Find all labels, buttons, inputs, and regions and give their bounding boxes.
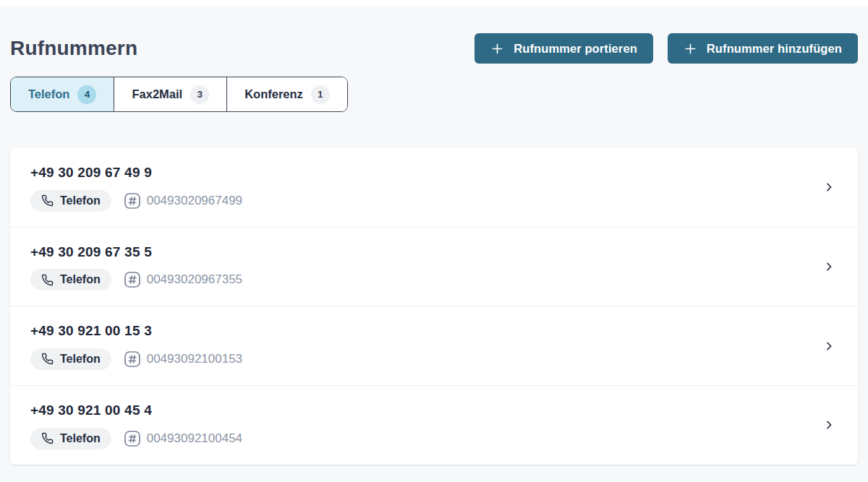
number-type-badge: Telefon [30, 348, 111, 370]
phone-number-list: +49 30 209 67 49 9 Telefon 0049302096749… [10, 148, 858, 465]
chevron-right-icon [823, 181, 835, 193]
tab-telefon-count-badge: 4 [77, 85, 96, 104]
row-content: +49 30 921 00 15 3 Telefon 0049309210015… [30, 322, 242, 370]
tab-konferenz-label: Konferenz [244, 87, 303, 101]
technical-number-value: 00493020967499 [147, 194, 242, 208]
tab-telefon-label: Telefon [28, 87, 69, 101]
phone-number-display: +49 30 921 00 15 3 [30, 322, 242, 340]
port-number-button[interactable]: Rufnummer portieren [475, 33, 653, 64]
tab-konferenz[interactable]: Konferenz 1 [226, 77, 347, 111]
hash-icon [124, 350, 141, 368]
hash-icon [124, 192, 141, 210]
window-top-strip [0, 0, 868, 7]
phone-number-row[interactable]: +49 30 921 00 45 4 Telefon 0049309210045… [10, 385, 858, 465]
tab-telefon[interactable]: Telefon 4 [11, 77, 114, 111]
plus-icon [684, 42, 697, 56]
row-content: +49 30 921 00 45 4 Telefon 0049309210045… [30, 401, 242, 449]
row-meta: Telefon 00493020967355 [30, 269, 242, 291]
technical-number: 00493020967355 [124, 271, 242, 288]
technical-number-value: 00493020967355 [147, 272, 242, 287]
phone-icon [41, 432, 54, 444]
number-type-badge-label: Telefon [60, 273, 101, 286]
number-type-badge-label: Telefon [60, 353, 101, 366]
number-type-badge: Telefon [30, 269, 111, 291]
add-number-button[interactable]: Rufnummer hinzufügen [668, 33, 858, 64]
phone-icon [41, 194, 54, 207]
tab-fax2mail-label: Fax2Mail [132, 87, 182, 101]
plus-icon [490, 42, 504, 56]
hash-icon [124, 430, 141, 447]
tab-fax2mail-count-badge: 3 [190, 85, 209, 104]
phone-number-row[interactable]: +49 30 209 67 35 5 Telefon 0049302096735… [10, 227, 858, 306]
row-content: +49 30 209 67 49 9 Telefon 0049302096749… [30, 163, 242, 212]
technical-number-value: 00493092100153 [147, 352, 242, 366]
row-meta: Telefon 00493092100153 [30, 348, 242, 370]
header-actions: Rufnummer portieren Rufnummer hinzufügen [475, 33, 858, 64]
technical-number: 00493092100454 [124, 430, 242, 447]
phone-icon [41, 353, 54, 365]
page-header: Rufnummern Rufnummer portieren Rufnummer… [10, 33, 858, 64]
phone-number-display: +49 30 209 67 49 9 [30, 163, 242, 182]
phone-number-display: +49 30 209 67 35 5 [30, 243, 242, 262]
row-meta: Telefon 00493020967499 [30, 190, 242, 212]
chevron-right-icon [823, 340, 835, 352]
technical-number: 00493020967499 [124, 192, 242, 210]
number-type-badge: Telefon [30, 190, 111, 212]
phone-icon [41, 274, 54, 286]
row-content: +49 30 209 67 35 5 Telefon 0049302096735… [30, 243, 242, 291]
phone-numbers-page: Rufnummern Rufnummer portieren Rufnummer… [0, 33, 868, 465]
chevron-right-icon [823, 419, 835, 431]
phone-number-row[interactable]: +49 30 921 00 15 3 Telefon 0049309210015… [10, 306, 858, 385]
port-number-button-label: Rufnummer portieren [514, 42, 637, 56]
phone-number-row[interactable]: +49 30 209 67 49 9 Telefon 0049302096749… [10, 148, 858, 227]
number-type-badge-label: Telefon [60, 194, 101, 207]
number-type-tabs: Telefon 4 Fax2Mail 3 Konferenz 1 [10, 77, 348, 112]
tab-fax2mail[interactable]: Fax2Mail 3 [114, 77, 226, 111]
hash-icon [124, 271, 141, 288]
add-number-button-label: Rufnummer hinzufügen [707, 42, 842, 56]
technical-number-value: 00493092100454 [147, 431, 242, 446]
chevron-right-icon [823, 261, 835, 272]
phone-number-display: +49 30 921 00 45 4 [30, 401, 242, 420]
tab-konferenz-count-badge: 1 [311, 85, 330, 104]
technical-number: 00493092100153 [124, 350, 242, 368]
number-type-badge: Telefon [30, 428, 111, 449]
number-type-badge-label: Telefon [60, 432, 101, 445]
row-meta: Telefon 00493092100454 [30, 428, 242, 449]
page-title: Rufnummern [10, 35, 137, 61]
